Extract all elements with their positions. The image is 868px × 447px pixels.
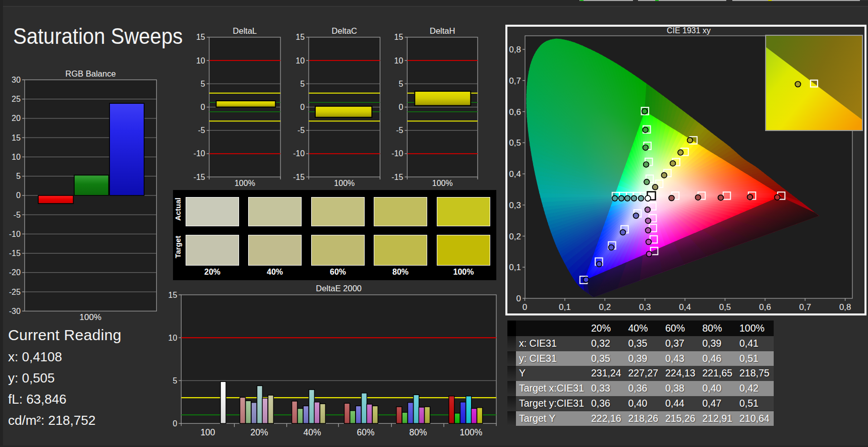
svg-text:0,7: 0,7 <box>509 76 521 86</box>
svg-text:0: 0 <box>201 103 205 111</box>
svg-text:100%: 100% <box>235 179 255 187</box>
svg-text:0,3: 0,3 <box>639 302 651 312</box>
svg-text:-5: -5 <box>396 126 403 135</box>
svg-text:10: 10 <box>168 334 178 342</box>
svg-text:0,4: 0,4 <box>509 169 521 179</box>
svg-text:0: 0 <box>172 419 177 428</box>
svg-text:5: 5 <box>16 172 21 180</box>
svg-text:40%: 40% <box>303 427 321 437</box>
svg-text:0: 0 <box>300 103 305 111</box>
svg-text:10: 10 <box>296 56 305 65</box>
svg-text:-10: -10 <box>293 149 305 158</box>
svg-text:0,6: 0,6 <box>759 302 771 312</box>
svg-text:0: 0 <box>398 103 403 111</box>
svg-text:-25: -25 <box>9 288 21 296</box>
svg-text:-30: -30 <box>9 307 21 315</box>
svg-text:20: 20 <box>12 114 21 122</box>
svg-text:-5: -5 <box>14 211 21 219</box>
svg-text:5: 5 <box>398 80 403 88</box>
svg-text:25: 25 <box>12 95 21 103</box>
svg-text:0,8: 0,8 <box>839 302 851 312</box>
svg-text:15: 15 <box>196 33 205 41</box>
svg-text:0,1: 0,1 <box>509 263 521 272</box>
svg-text:-15: -15 <box>9 249 21 258</box>
svg-text:100%: 100% <box>432 179 453 187</box>
svg-text:5: 5 <box>172 376 177 385</box>
svg-text:-5: -5 <box>198 126 205 135</box>
svg-text:15: 15 <box>394 33 403 41</box>
svg-text:0: 0 <box>516 294 521 303</box>
svg-text:15: 15 <box>12 134 21 142</box>
svg-text:10: 10 <box>12 153 21 161</box>
svg-text:0,1: 0,1 <box>559 302 571 312</box>
svg-text:0,8: 0,8 <box>509 45 521 54</box>
svg-text:15: 15 <box>296 33 305 41</box>
svg-text:0,2: 0,2 <box>599 302 611 312</box>
svg-text:80%: 80% <box>409 427 427 437</box>
svg-text:RGB Balance: RGB Balance <box>66 71 116 78</box>
svg-text:-10: -10 <box>9 230 21 238</box>
svg-text:5: 5 <box>300 80 305 88</box>
svg-text:0: 0 <box>16 191 21 200</box>
svg-text:0,4: 0,4 <box>679 302 691 312</box>
svg-text:100%: 100% <box>334 179 355 187</box>
svg-text:-15: -15 <box>194 173 205 181</box>
svg-text:0,6: 0,6 <box>509 107 521 117</box>
svg-text:0: 0 <box>523 302 527 312</box>
svg-text:20%: 20% <box>250 427 268 437</box>
svg-text:-20: -20 <box>9 268 21 277</box>
svg-text:-5: -5 <box>298 126 305 135</box>
svg-text:10: 10 <box>394 56 403 65</box>
svg-text:10: 10 <box>196 56 205 65</box>
svg-text:0,5: 0,5 <box>509 138 521 148</box>
svg-text:5: 5 <box>201 80 205 88</box>
svg-text:0,5: 0,5 <box>719 302 731 312</box>
svg-text:100%: 100% <box>460 427 483 437</box>
svg-text:0,7: 0,7 <box>799 302 811 312</box>
svg-text:DeltaL: DeltaL <box>233 26 257 35</box>
svg-text:-10: -10 <box>391 149 403 158</box>
svg-text:-15: -15 <box>391 173 403 181</box>
svg-text:0,3: 0,3 <box>509 201 521 210</box>
svg-text:-10: -10 <box>194 149 205 158</box>
svg-text:100%: 100% <box>80 312 101 322</box>
svg-text:-15: -15 <box>293 173 305 181</box>
svg-text:0,2: 0,2 <box>509 232 521 241</box>
svg-text:100: 100 <box>200 427 215 437</box>
svg-text:15: 15 <box>168 291 178 299</box>
svg-text:30: 30 <box>12 76 21 84</box>
svg-text:DeltaC: DeltaC <box>332 26 358 35</box>
svg-text:DeltaE 2000: DeltaE 2000 <box>316 284 362 293</box>
svg-text:CIE 1931 xy: CIE 1931 xy <box>667 27 711 35</box>
svg-text:60%: 60% <box>357 427 374 437</box>
svg-text:DeltaH: DeltaH <box>430 26 455 35</box>
